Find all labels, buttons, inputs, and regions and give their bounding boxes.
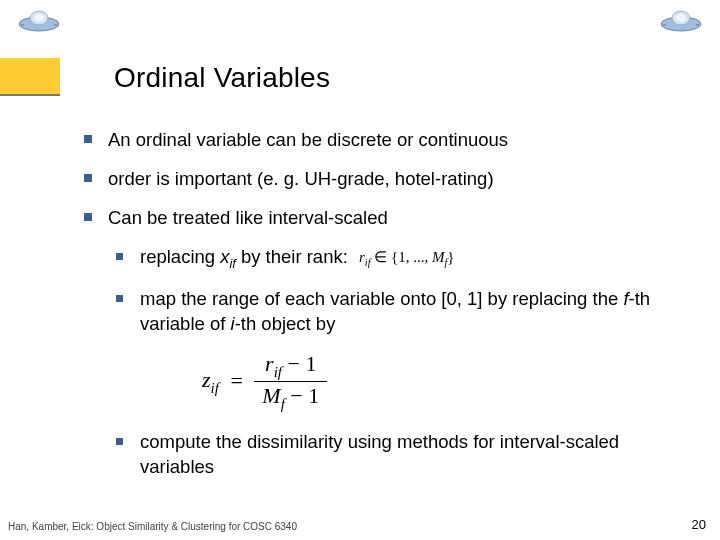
sub-bullet-item: map the range of each variable onto [0, … (84, 287, 692, 337)
svg-rect-3 (21, 24, 24, 26)
bullet-text-part: map the range of each variable onto [0, … (140, 288, 623, 309)
svg-point-7 (676, 14, 686, 22)
ufo-icon (16, 6, 62, 34)
svg-rect-8 (663, 24, 666, 26)
math-var: z (202, 367, 211, 392)
math-var: M (432, 249, 445, 265)
bullet-text: Can be treated like interval-scaled (108, 207, 388, 228)
sub-bullet-item: replacing xif by their rank: rif ∈ {1, .… (84, 245, 692, 273)
math-var: r (265, 351, 274, 376)
math-sub: f (281, 396, 285, 412)
math-text: − 1 (282, 351, 316, 376)
math-var: r (359, 249, 365, 265)
slide-title: Ordinal Variables (114, 62, 330, 94)
square-bullet-icon (116, 295, 123, 302)
svg-point-2 (34, 14, 44, 22)
math-text: } (447, 249, 454, 265)
square-bullet-icon (84, 135, 92, 143)
math-sub: f (444, 257, 447, 268)
bullet-item: Can be treated like interval-scaled (84, 206, 692, 231)
math-var: M (262, 383, 280, 408)
bullet-text-part: -th object by (235, 313, 336, 334)
formula-zif: zif = rif − 1 Mf − 1 (202, 351, 692, 413)
rank-set-expr: rif ∈ {1, ..., Mf} (359, 247, 455, 270)
math-text: − 1 (285, 383, 319, 408)
equals-sign: = (230, 368, 242, 394)
square-bullet-icon (84, 213, 92, 221)
square-bullet-icon (116, 253, 123, 260)
math-sub: if (274, 364, 282, 380)
math-sub: if (229, 257, 235, 271)
square-bullet-icon (84, 174, 92, 182)
bullet-item: order is important (e. g. UH-grade, hote… (84, 167, 692, 192)
svg-rect-4 (54, 24, 57, 26)
bullet-text: order is important (e. g. UH-grade, hote… (108, 168, 494, 189)
math-text: ∈ {1, ..., (374, 249, 432, 265)
bullet-text: An ordinal variable can be discrete or c… (108, 129, 508, 150)
bullet-text-part: by their rank: (236, 246, 348, 267)
square-bullet-icon (116, 438, 123, 445)
sub-bullet-item: compute the dissimilarity using methods … (84, 430, 692, 480)
slide-body: An ordinal variable can be discrete or c… (84, 128, 692, 494)
bullet-item: An ordinal variable can be discrete or c… (84, 128, 692, 153)
page-number: 20 (692, 517, 706, 532)
math-sub: if (365, 257, 371, 268)
math-sub: if (211, 380, 219, 396)
svg-rect-9 (696, 24, 699, 26)
ufo-icon (658, 6, 704, 34)
footer-credit: Han, Kamber, Eick: Object Similarity & C… (8, 521, 297, 532)
bullet-text: compute the dissimilarity using methods … (140, 431, 619, 477)
bullet-text-part: replacing (140, 246, 220, 267)
title-accent (0, 58, 60, 94)
